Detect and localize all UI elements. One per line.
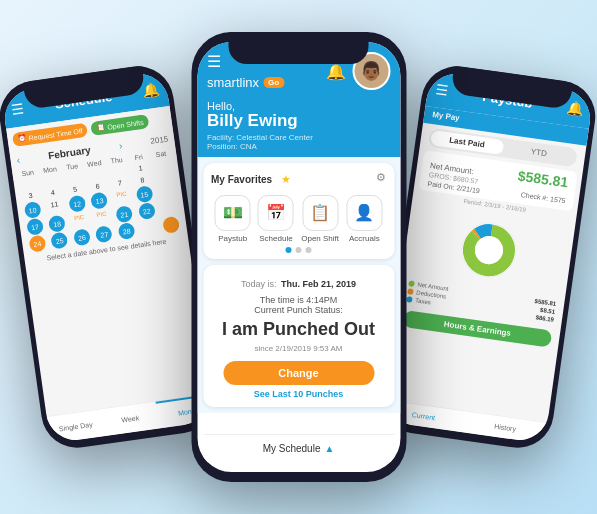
logo-area: smartlinx Go xyxy=(207,75,284,90)
cal-cell[interactable]: 5 xyxy=(64,182,87,196)
star-icon: ★ xyxy=(281,173,291,185)
cal-cell-13[interactable]: 13 xyxy=(91,192,109,210)
cal-cell-pic[interactable]: PIC xyxy=(110,188,134,207)
accruals-icon: 👤 xyxy=(346,195,382,231)
request-label: Request Time Off xyxy=(28,127,83,141)
legend-dot-net xyxy=(408,280,415,287)
right-phone: ☰ Paystub 🔔 My Pay Last Paid YTD Net Amo… xyxy=(375,62,597,453)
legend-value-ded: $8.51 xyxy=(540,307,556,315)
fav-paystub[interactable]: 💵 Paystub xyxy=(215,195,251,243)
paystub-bottom-nav: Current History xyxy=(381,399,547,444)
hamburger-icon[interactable]: ☰ xyxy=(10,100,25,118)
cal-cell-15[interactable]: 15 xyxy=(135,185,153,203)
left-phone-screen: ☰ Schedule 🔔 ⏰ Request Time Off 📋 Open S… xyxy=(1,70,214,444)
schedule-chevron-icon: ▲ xyxy=(324,443,334,454)
paid-on-value: 2/21/19 xyxy=(456,184,480,194)
prev-month-arrow[interactable]: ‹ xyxy=(16,154,21,165)
cal-cell-18[interactable]: 18 xyxy=(48,215,66,233)
punched-out-text: I am Punched Out xyxy=(213,319,384,340)
bell-icon-left[interactable]: 🔔 xyxy=(141,81,160,99)
open-shifts-icon: 📋 xyxy=(96,123,106,132)
today-section: Today is: Thu. Feb 21, 2019 The time is … xyxy=(203,265,394,407)
schedule-bottom-nav: Single Day Week Mon xyxy=(47,393,214,444)
favorites-icons: 💵 Paystub 📅 Schedule 📋 Open Shift 👤 Accr… xyxy=(211,195,386,243)
center-phone-screen: ☰ smartlinx Go 🔔 👨🏾 Hello, Billy Ewing F… xyxy=(197,42,400,472)
donut-chart-svg xyxy=(449,211,528,290)
center-phone: ☰ smartlinx Go 🔔 👨🏾 Hello, Billy Ewing F… xyxy=(191,32,406,482)
position-value: CNA xyxy=(240,142,257,151)
cal-cell[interactable]: 6 xyxy=(86,179,109,193)
change-button[interactable]: Change xyxy=(223,361,374,385)
fav-open-shift[interactable]: 📋 Open Shift xyxy=(301,195,339,243)
cal-cell[interactable]: 11 xyxy=(43,197,67,216)
legend-dot-tax xyxy=(406,296,413,303)
user-name: Billy Ewing xyxy=(207,112,390,131)
position-text: Position: CNA xyxy=(207,142,390,151)
hamburger-right-icon[interactable]: ☰ xyxy=(435,81,450,99)
facility-label: Facility: xyxy=(207,133,236,142)
legend-value-tax: $86.19 xyxy=(535,314,554,322)
nav-single-day[interactable]: Single Day xyxy=(47,409,105,443)
my-schedule-text: My Schedule xyxy=(263,443,321,454)
last-punches-link[interactable]: See Last 10 Punches xyxy=(213,389,384,399)
cal-cell[interactable] xyxy=(137,219,161,238)
cal-cell-21[interactable]: 21 xyxy=(115,205,133,223)
open-shift-label: Open Shift xyxy=(301,234,339,243)
today-date: Thu. Feb 21, 2019 xyxy=(281,279,356,289)
favorites-section: My Favorites ★ ⚙ 💵 Paystub 📅 Schedule xyxy=(203,163,394,259)
position-label: Position: xyxy=(207,142,240,151)
fav-schedule[interactable]: 📅 Schedule xyxy=(258,195,294,243)
paystub-icon: 💵 xyxy=(215,195,251,231)
paid-on-label: Paid On: xyxy=(427,180,455,191)
nav-week[interactable]: Week xyxy=(101,402,159,436)
cal-cell-12[interactable]: 12 xyxy=(68,195,86,213)
tab-ytd[interactable]: YTD xyxy=(502,140,576,165)
cal-cell-22[interactable]: 22 xyxy=(138,202,156,220)
next-month-arrow[interactable]: › xyxy=(118,140,123,151)
dot-indicator xyxy=(211,247,386,253)
request-icon: ⏰ xyxy=(17,134,27,143)
open-shifts-label: Open Shifts xyxy=(107,118,144,130)
check-num: 1575 xyxy=(550,195,566,204)
my-schedule-bar[interactable]: My Schedule ▲ xyxy=(203,434,394,462)
dot-2 xyxy=(296,247,302,253)
center-phone-notch xyxy=(229,32,369,64)
favorites-title: My Favorites xyxy=(211,174,272,185)
dot-1 xyxy=(286,247,292,253)
since-text: since 2/19/2019 9:53 AM xyxy=(213,344,384,353)
open-shifts-button[interactable]: 📋 Open Shifts xyxy=(90,114,149,136)
punch-status-label: Current Punch Status: xyxy=(213,305,384,315)
cal-cell-17[interactable]: 17 xyxy=(26,218,44,236)
bell-icon-center[interactable]: 🔔 xyxy=(326,62,346,81)
accruals-label: Accruals xyxy=(349,234,380,243)
schedule-label: Schedule xyxy=(259,234,292,243)
facility-value: Celestial Care Center xyxy=(236,133,312,142)
bell-icon-right[interactable]: 🔔 xyxy=(565,100,584,118)
settings-icon[interactable]: ⚙ xyxy=(376,171,386,184)
go-badge: Go xyxy=(263,77,284,88)
cal-cell[interactable] xyxy=(157,199,181,218)
today-label: Today is: xyxy=(241,279,277,289)
cal-cell[interactable]: 8 xyxy=(131,173,154,187)
smartlinx-logo-text: smartlinx xyxy=(207,75,259,90)
legend-dot-ded xyxy=(407,288,414,295)
fav-accruals[interactable]: 👤 Accruals xyxy=(346,195,382,243)
nav-history[interactable]: History xyxy=(463,411,548,443)
open-shift-icon: 📋 xyxy=(302,195,338,231)
calendar-year: 2015 xyxy=(150,134,169,145)
facility-text: Facility: Celestial Care Center xyxy=(207,133,390,142)
favorites-header: My Favorites ★ ⚙ xyxy=(211,169,386,187)
cal-cell[interactable]: 3 xyxy=(19,189,42,203)
cal-cell-10[interactable]: 10 xyxy=(23,201,41,219)
left-phone: ☰ Schedule 🔔 ⏰ Request Time Off 📋 Open S… xyxy=(0,62,220,453)
time-text: The time is 4:14PM xyxy=(213,295,384,305)
right-phone-screen: ☰ Paystub 🔔 My Pay Last Paid YTD Net Amo… xyxy=(381,70,594,444)
cal-cell-pic3[interactable]: PIC xyxy=(90,208,114,227)
main-content: My Favorites ★ ⚙ 💵 Paystub 📅 Schedule xyxy=(197,157,400,413)
schedule-icon: 📅 xyxy=(258,195,294,231)
cal-cell[interactable] xyxy=(155,182,179,201)
greeting-section: Hello, Billy Ewing Facility: Celestial C… xyxy=(197,96,400,157)
dot-3 xyxy=(306,247,312,253)
cal-cell-pic2[interactable]: PIC xyxy=(68,211,92,230)
tab-last-paid[interactable]: Last Paid xyxy=(430,130,504,155)
